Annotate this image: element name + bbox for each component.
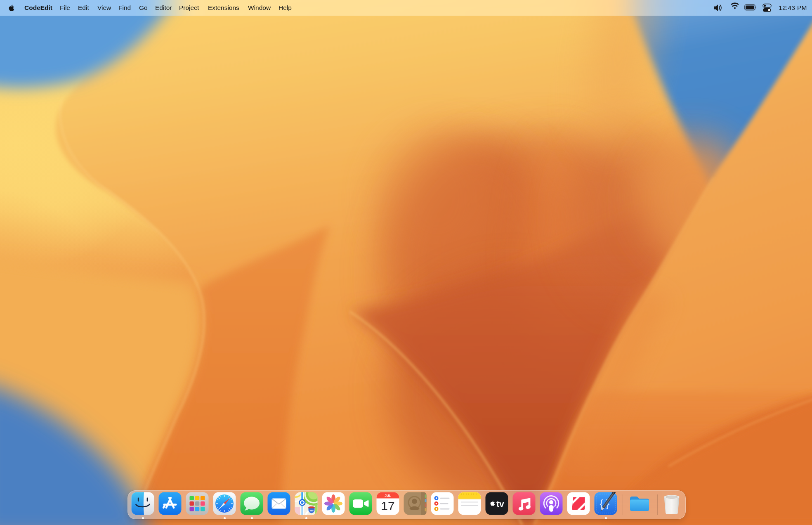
svg-text:tv: tv bbox=[496, 499, 504, 508]
svg-text:17: 17 bbox=[381, 499, 394, 513]
svg-text:280: 280 bbox=[309, 509, 313, 512]
svg-text:JUL: JUL bbox=[385, 494, 391, 498]
